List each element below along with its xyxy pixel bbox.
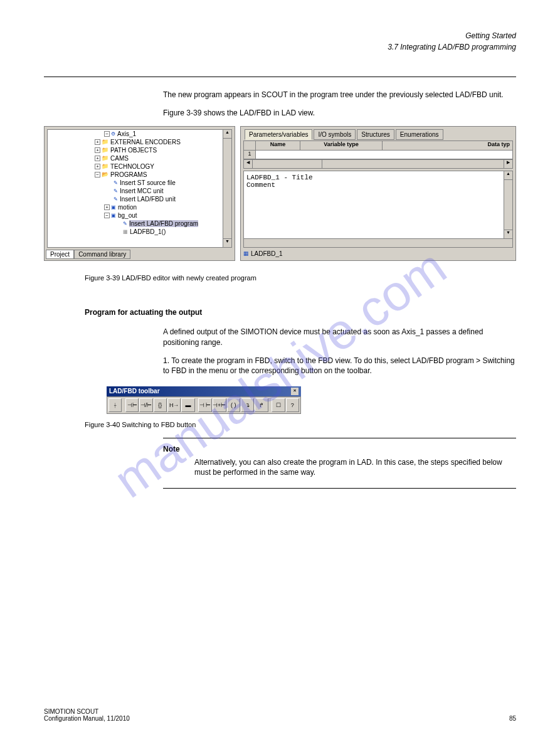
editor-comment-line: Comment <box>246 181 502 189</box>
unit-icon: ▣ <box>111 204 116 210</box>
tree-item-label[interactable]: LADFBD_1() <box>130 228 166 235</box>
axis-icon: ⚙ <box>111 131 115 137</box>
tree-item-label[interactable]: CAMS <box>110 155 129 162</box>
header-rule <box>44 77 516 77</box>
unit-icon: ▣ <box>111 213 116 218</box>
toolbar-button-1[interactable]: ⟊ <box>108 398 122 412</box>
grid-hscrollbar[interactable]: ◀ ▶ <box>243 159 513 169</box>
insert-icon: ✎ <box>114 180 118 186</box>
tree-item-label[interactable]: Insert ST source file <box>120 179 176 186</box>
scroll-thumb[interactable] <box>253 160 322 168</box>
scroll-right-icon[interactable]: ▶ <box>504 160 512 168</box>
tree-item-label[interactable]: TECHNOLOGY <box>110 163 154 170</box>
close-icon[interactable]: × <box>291 388 298 395</box>
grid-header-name: Name <box>256 141 300 150</box>
tree-item-label[interactable]: EXTERNAL ENCODERS <box>110 139 181 146</box>
toolbar-button-8[interactable]: ⊣+⊢ <box>213 398 226 412</box>
scroll-up-icon[interactable]: ▲ <box>223 130 231 139</box>
toolbar-titlebar: LAD/FBD toolbar × <box>107 386 301 396</box>
editor-vscrollbar[interactable]: ▲ ▼ <box>504 171 513 239</box>
grid-row-number: 1 <box>244 151 256 159</box>
folder-icon: 📁 <box>102 163 108 169</box>
prog-icon: ▦ <box>123 229 128 235</box>
tree-item-label[interactable]: Insert LAD/FBD unit <box>120 196 176 203</box>
tree-vscrollbar[interactable]: ▲ ▼ <box>223 129 232 248</box>
project-tree[interactable]: −⚙Axis_1 +📁EXTERNAL ENCODERS +📁PATH OBJE… <box>47 129 225 248</box>
scroll-up-icon[interactable]: ▲ <box>504 171 512 180</box>
toolbar-button-12[interactable]: ☐ <box>272 398 285 412</box>
tab-command-library[interactable]: Command library <box>74 250 130 259</box>
program-icon: ▦ <box>243 250 249 257</box>
figure-caption-2: Figure 3-40 Switching to FBD button <box>85 420 516 430</box>
tree-item-label[interactable]: PATH OBJECTS <box>110 147 157 154</box>
folder-icon: 📁 <box>102 155 108 161</box>
tab-project[interactable]: Project <box>46 250 74 259</box>
folder-icon: 📂 <box>102 171 108 177</box>
folder-icon: 📁 <box>102 147 108 153</box>
footer-page-number: 85 <box>509 715 516 722</box>
footer-left-2: Configuration Manual, 11/2010 <box>44 715 130 722</box>
folder-icon: 📁 <box>102 139 108 145</box>
figure-toolbar: LAD/FBD toolbar × ⟊ ⊣⊢ ⊣/⊢ {} H→ ▬ ⊣ ⊢ ⊣… <box>107 386 301 414</box>
scroll-down-icon[interactable]: ▼ <box>504 230 512 238</box>
editor-bottom-tab-label: LADFBD_1 <box>251 250 283 257</box>
section-heading: Program for actuating the output <box>85 308 516 317</box>
paragraph-intro-2: Figure 3-39 shows the LAD/FBD in LAD vie… <box>163 108 516 119</box>
paragraph-program-desc: A defined output of the SIMOTION device … <box>163 327 516 348</box>
tree-item-label[interactable]: PROGRAMS <box>110 171 147 178</box>
figure-caption-1: Figure 3-39 LAD/FBD editor with newly cr… <box>85 273 516 283</box>
tab-enumerations[interactable]: Enumerations <box>396 129 443 140</box>
header-section: 3.7 Integrating LAD/FBD programming <box>44 43 516 51</box>
tree-item-label[interactable]: Axis_1 <box>117 130 136 137</box>
scroll-left-icon[interactable]: ◀ <box>244 160 253 168</box>
toolbar-button-3[interactable]: ⊣/⊢ <box>139 398 152 412</box>
toolbar-button-13[interactable]: ? <box>286 398 299 412</box>
tree-item-label[interactable]: Insert MCC unit <box>120 188 163 194</box>
toolbar-button-switch-fbd[interactable]: H→ <box>167 398 181 412</box>
grid-header-vartype: Variable type <box>300 141 383 150</box>
step-1: 1. To create the program in FBD, switch … <box>163 356 516 377</box>
tree-item-label[interactable]: bg_out <box>118 212 137 219</box>
paragraph-intro-1: The new program appears in SCOUT in the … <box>163 90 516 100</box>
note-text: Alternatively, you can also create the p… <box>194 457 516 479</box>
insert-icon: ✎ <box>114 188 118 194</box>
toolbar-button-10[interactable]: ↴ <box>241 398 254 412</box>
tree-item-label-selected[interactable]: Insert LAD/FBD program <box>129 220 198 227</box>
tab-io-symbols[interactable]: I/O symbols <box>314 129 356 140</box>
editor-bottom-tab[interactable]: ▦ LADFBD_1 <box>243 249 283 258</box>
toolbar-button-7[interactable]: ⊣ ⊢ <box>198 398 211 412</box>
footer-left-1: SIMOTION SCOUT <box>44 708 516 715</box>
project-tree-panel: −⚙Axis_1 +📁EXTERNAL ENCODERS +📁PATH OBJE… <box>44 126 235 261</box>
toolbar-button-9[interactable]: ( ) <box>227 398 240 412</box>
toolbar-button-4[interactable]: {} <box>154 398 167 412</box>
figure-editor-screenshot: −⚙Axis_1 +📁EXTERNAL ENCODERS +📁PATH OBJE… <box>44 126 516 261</box>
tab-parameters-variables[interactable]: Parameters/variables <box>245 129 312 140</box>
toolbar-button-2[interactable]: ⊣⊢ <box>125 398 139 412</box>
toolbar-row: ⟊ ⊣⊢ ⊣/⊢ {} H→ ▬ ⊣ ⊢ ⊣+⊢ ( ) ↴ ↱ ☐ ? <box>107 396 301 414</box>
scroll-down-icon[interactable]: ▼ <box>223 238 231 247</box>
page-footer: SIMOTION SCOUT Configuration Manual, 11/… <box>44 708 516 722</box>
note-rule-bottom <box>163 488 516 489</box>
insert-icon: ✎ <box>114 196 118 202</box>
editor-title-line: LADFBD_1 - Title <box>246 174 502 181</box>
insert-icon: ✎ <box>123 221 127 226</box>
tree-item-label[interactable]: motion <box>118 204 137 211</box>
toolbar-title-text: LAD/FBD toolbar <box>109 388 160 395</box>
editor-panel: Parameters/variables I/O symbols Structu… <box>240 126 516 261</box>
grid-header-datatype: Data typ <box>383 141 512 150</box>
note-rule-top <box>163 438 516 438</box>
note-label: Note <box>163 445 516 453</box>
toolbar-button-11[interactable]: ↱ <box>255 398 268 412</box>
editor-hscrollbar[interactable] <box>243 238 513 248</box>
editor-body[interactable]: LADFBD_1 - Title Comment <box>243 171 505 239</box>
tab-structures[interactable]: Structures <box>357 129 394 140</box>
variable-grid[interactable]: Name Variable type Data typ 1 <box>243 140 513 159</box>
toolbar-button-6[interactable]: ▬ <box>181 398 194 412</box>
header-chapter: Getting Started <box>44 31 516 40</box>
